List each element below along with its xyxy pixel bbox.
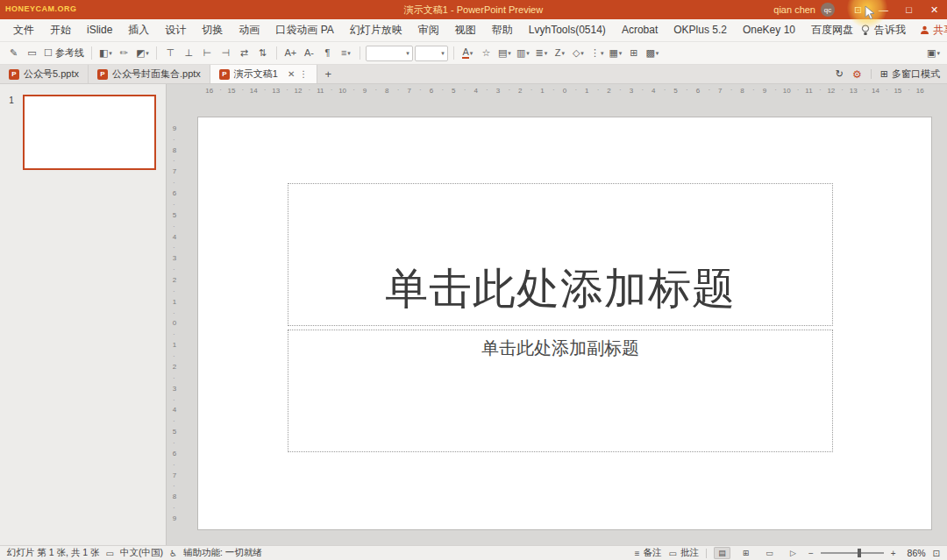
align-top-icon-glyph: ⊤	[167, 48, 175, 58]
bullets-icon[interactable]: ⋮▾	[588, 45, 606, 62]
accessibility-label[interactable]: 辅助功能: 一切就绪	[183, 547, 262, 559]
title-placeholder[interactable]: 单击此处添加标题	[288, 183, 833, 326]
minimize-button[interactable]: —	[871, 0, 896, 19]
menu-tab-insert[interactable]: 插入	[120, 19, 157, 41]
table-icon[interactable]: ▦▾	[607, 45, 623, 62]
fit-to-window-button[interactable]: ⊡	[933, 549, 940, 558]
font-size-combo[interactable]: ▾	[415, 46, 448, 61]
pen-icon[interactable]: ✎	[5, 45, 22, 62]
distribute-vertical-icon[interactable]: ⇅	[254, 45, 271, 62]
dropdown-arrow-icon: ▾	[619, 50, 623, 57]
menu-tab-review[interactable]: 审阅	[410, 19, 447, 41]
share-button[interactable]: 共享	[920, 23, 947, 38]
zoom-slider[interactable]	[821, 552, 884, 554]
slide-canvas[interactable]: 单击此处添加标题 单击此处添加副标题	[182, 96, 947, 545]
slide-layout-icon[interactable]: ▣▾	[925, 45, 942, 62]
zoom-level[interactable]: 86%	[903, 548, 926, 558]
text-align-icon[interactable]: ≣▾	[533, 45, 550, 62]
eyedropper-icon[interactable]: ◩▾	[134, 45, 151, 62]
zoom-out-button[interactable]: −	[808, 549, 814, 558]
new-tab-button[interactable]: +	[317, 65, 338, 83]
accessibility-icon: ♿	[169, 549, 177, 558]
guides-checkbox[interactable]: ☐参考线	[42, 45, 86, 62]
align-right-icon[interactable]: ⊣	[217, 45, 234, 62]
menu-tab-acrobat[interactable]: Acrobat	[614, 19, 666, 41]
dropdown-arrow-icon: ▾	[406, 50, 409, 57]
menu-tab-home[interactable]: 开始	[42, 19, 79, 41]
slide-sorter-button[interactable]: ⊞	[737, 547, 754, 559]
menu-tab-animations[interactable]: 动画	[231, 19, 267, 41]
menu-tab-okplus[interactable]: OKPlus 5.2	[666, 19, 735, 41]
settings-gear-icon[interactable]: ⚙	[852, 68, 862, 81]
ruler-toggle-icon-glyph: ▭	[27, 48, 36, 58]
refresh-icon[interactable]: ↻	[836, 68, 844, 80]
display-settings-icon[interactable]: ▭	[106, 549, 114, 558]
comments-icon: ▭	[668, 549, 676, 558]
zoom-slider-thumb[interactable]	[858, 549, 861, 557]
shape-fill-icon[interactable]: ▤▾	[496, 45, 513, 62]
doc-tab-3-active[interactable]: P 演示文稿1 ✕ ⋮	[210, 65, 318, 83]
vertical-ruler-strip: 9876543210123456789	[167, 117, 182, 529]
font-color-icon[interactable]: A▾	[459, 45, 476, 62]
menu-tab-pocket-animation[interactable]: 口袋动画 PA	[267, 19, 341, 41]
tab-close-icon[interactable]: ✕	[288, 69, 295, 79]
format-painter-icon[interactable]: ✏	[116, 45, 132, 62]
decrease-font-icon[interactable]: A-	[301, 45, 317, 62]
align-left-icon[interactable]: ⊢	[199, 45, 216, 62]
avatar[interactable]: qc	[821, 3, 835, 17]
font-name-combo[interactable]: ▾	[366, 46, 413, 61]
ruler-mark: 0	[553, 84, 575, 96]
increase-font-icon[interactable]: A+	[282, 45, 299, 62]
fill-color-icon[interactable]: ◧▾	[97, 45, 114, 62]
align-bottom-icon[interactable]: ⊥	[181, 45, 197, 62]
slideshow-button[interactable]: ▷	[785, 547, 801, 559]
menu-tab-transitions[interactable]: 切换	[194, 19, 231, 41]
multi-window-button[interactable]: ⊞ 多窗口模式	[880, 67, 940, 81]
subtitle-placeholder[interactable]: 单击此处添加副标题	[288, 330, 833, 452]
dropdown-arrow-icon: ▾	[526, 50, 530, 57]
menu-tab-lvyhtools[interactable]: LvyhTools(0514)	[521, 19, 614, 41]
menu-tab-help[interactable]: 帮助	[484, 19, 521, 41]
language-label[interactable]: 中文(中国)	[120, 547, 163, 559]
line-spacing-icon[interactable]: ≡▾	[338, 45, 354, 62]
shapes-icon[interactable]: ◇▾	[570, 45, 587, 62]
grid-icon[interactable]: ⊞	[625, 45, 642, 62]
normal-view-button[interactable]: ▤	[714, 547, 730, 559]
menu-tab-islide[interactable]: iSlide	[79, 19, 120, 41]
comments-button[interactable]: ▭ 批注	[668, 547, 698, 559]
reading-view-button[interactable]: ▭	[761, 547, 778, 559]
ruler-mark: 9	[753, 84, 775, 96]
quick-style-icon[interactable]: ☆	[478, 45, 495, 62]
shape-outline-icon[interactable]: ▥▾	[515, 45, 531, 62]
tab-menu-icon[interactable]: ⋮	[299, 69, 308, 79]
ruler-mark: 3	[167, 247, 182, 269]
menu-tab-baidu-netdisk[interactable]: 百度网盘	[803, 19, 861, 41]
menu-tab-onekey[interactable]: OneKey 10	[735, 19, 803, 41]
zoom-in-button[interactable]: +	[891, 549, 896, 558]
menu-tab-file[interactable]: 文件	[5, 19, 42, 41]
doc-tab-2[interactable]: P 公众号封面集合.pptx	[89, 65, 210, 83]
ribbon-display-options-button[interactable]: ⊡	[845, 0, 871, 19]
close-button[interactable]: ✕	[922, 0, 947, 19]
ruler-mark: 5	[167, 421, 182, 443]
pattern-icon[interactable]: ▩▾	[644, 45, 660, 62]
account-name[interactable]: qian chen	[773, 4, 815, 15]
ruler-toggle-icon[interactable]: ▭	[24, 45, 40, 62]
sort-order-icon[interactable]: Z▾	[552, 45, 568, 62]
menu-tab-design[interactable]: 设计	[157, 19, 194, 41]
paragraph-mark-icon[interactable]: ¶	[319, 45, 336, 62]
maximize-button[interactable]: □	[896, 0, 922, 19]
dropdown-arrow-icon: ▾	[470, 50, 474, 57]
tell-me-button[interactable]: 告诉我	[861, 23, 906, 38]
ruler-mark: 3	[167, 378, 182, 400]
divider	[706, 549, 707, 558]
toolbar-separator	[453, 46, 454, 60]
slide[interactable]: 单击此处添加标题 单击此处添加副标题	[198, 117, 931, 529]
slide-thumbnail[interactable]	[23, 95, 156, 170]
doc-tab-1[interactable]: P 公众号5.pptx	[0, 65, 89, 83]
menu-tab-slideshow[interactable]: 幻灯片放映	[342, 19, 410, 41]
menu-tab-view[interactable]: 视图	[447, 19, 484, 41]
align-top-icon[interactable]: ⊤	[162, 45, 179, 62]
distribute-horizontal-icon[interactable]: ⇄	[236, 45, 253, 62]
notes-button[interactable]: ≡ 备注	[635, 547, 662, 559]
